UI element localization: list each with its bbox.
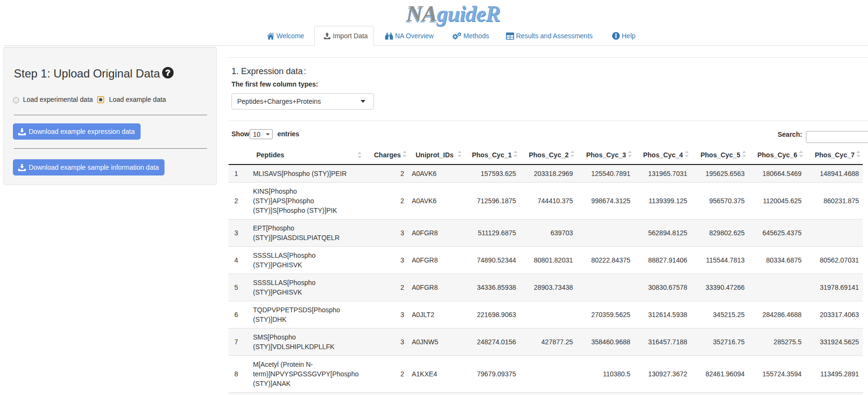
svg-text:?: ?	[165, 68, 170, 77]
